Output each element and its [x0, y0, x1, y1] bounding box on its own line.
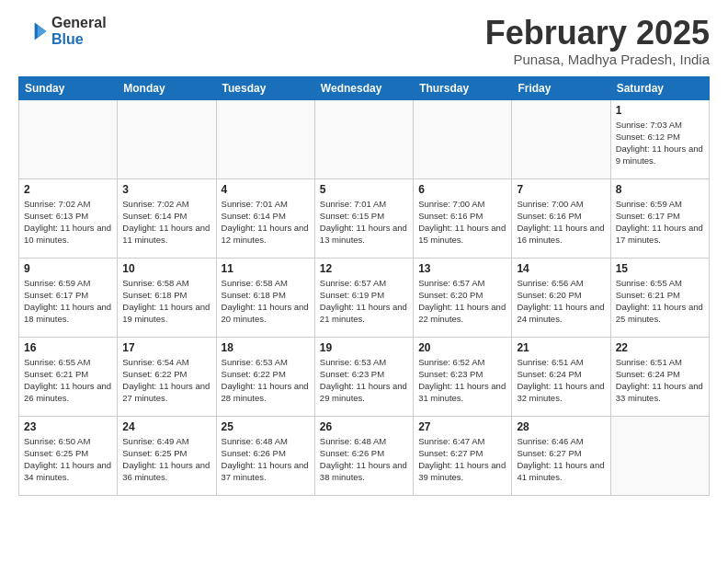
day-info: Sunrise: 6:59 AM Sunset: 6:17 PM Dayligh… — [616, 198, 704, 247]
calendar-cell: 2Sunrise: 7:02 AM Sunset: 6:13 PM Daylig… — [19, 178, 118, 258]
page: General Blue February 2025 Punasa, Madhy… — [0, 0, 728, 511]
calendar-cell: 18Sunrise: 6:53 AM Sunset: 6:22 PM Dayli… — [216, 337, 314, 416]
calendar-cell: 23Sunrise: 6:50 AM Sunset: 6:25 PM Dayli… — [19, 416, 118, 495]
day-number: 18 — [222, 341, 310, 354]
day-info: Sunrise: 6:51 AM Sunset: 6:24 PM Dayligh… — [517, 356, 605, 405]
calendar-cell — [19, 99, 118, 178]
day-info: Sunrise: 6:55 AM Sunset: 6:21 PM Dayligh… — [24, 356, 112, 405]
day-number: 24 — [122, 420, 210, 433]
weekday-header-sunday: Sunday — [19, 76, 118, 99]
day-info: Sunrise: 6:48 AM Sunset: 6:26 PM Dayligh… — [222, 435, 310, 484]
week-row-2: 9Sunrise: 6:59 AM Sunset: 6:17 PM Daylig… — [19, 258, 710, 337]
calendar-cell — [512, 99, 610, 178]
day-info: Sunrise: 7:02 AM Sunset: 6:13 PM Dayligh… — [24, 198, 112, 247]
calendar-cell: 8Sunrise: 6:59 AM Sunset: 6:17 PM Daylig… — [610, 178, 709, 258]
calendar-cell: 9Sunrise: 6:59 AM Sunset: 6:17 PM Daylig… — [19, 258, 118, 337]
calendar-cell: 3Sunrise: 7:02 AM Sunset: 6:14 PM Daylig… — [118, 178, 216, 258]
day-info: Sunrise: 6:58 AM Sunset: 6:18 PM Dayligh… — [122, 277, 210, 326]
day-number: 27 — [418, 420, 506, 433]
calendar-cell: 20Sunrise: 6:52 AM Sunset: 6:23 PM Dayli… — [414, 337, 512, 416]
day-number: 17 — [122, 341, 210, 354]
logo-general-text: General — [51, 15, 107, 31]
calendar-cell: 6Sunrise: 7:00 AM Sunset: 6:16 PM Daylig… — [414, 178, 512, 258]
weekday-header-monday: Monday — [118, 76, 216, 99]
calendar-cell: 10Sunrise: 6:58 AM Sunset: 6:18 PM Dayli… — [118, 258, 216, 337]
logo-blue-text: Blue — [51, 31, 107, 48]
day-number: 25 — [222, 420, 310, 433]
day-number: 1 — [616, 104, 704, 117]
day-number: 2 — [24, 183, 112, 196]
day-number: 22 — [616, 341, 704, 354]
day-info: Sunrise: 7:00 AM Sunset: 6:16 PM Dayligh… — [517, 198, 605, 247]
day-info: Sunrise: 6:48 AM Sunset: 6:26 PM Dayligh… — [320, 435, 408, 484]
logo-text: General Blue — [51, 15, 107, 47]
day-info: Sunrise: 7:00 AM Sunset: 6:16 PM Dayligh… — [418, 198, 506, 247]
month-year: February 2025 — [485, 15, 710, 52]
calendar-cell: 22Sunrise: 6:51 AM Sunset: 6:24 PM Dayli… — [610, 337, 709, 416]
calendar-cell: 16Sunrise: 6:55 AM Sunset: 6:21 PM Dayli… — [19, 337, 118, 416]
day-number: 4 — [222, 183, 310, 196]
weekday-header-saturday: Saturday — [610, 76, 709, 99]
day-info: Sunrise: 6:57 AM Sunset: 6:20 PM Dayligh… — [418, 277, 506, 326]
calendar-cell: 4Sunrise: 7:01 AM Sunset: 6:14 PM Daylig… — [216, 178, 314, 258]
day-info: Sunrise: 6:55 AM Sunset: 6:21 PM Dayligh… — [616, 277, 704, 326]
day-number: 20 — [418, 341, 506, 354]
calendar-cell — [414, 99, 512, 178]
day-info: Sunrise: 7:02 AM Sunset: 6:14 PM Dayligh… — [122, 198, 210, 247]
day-info: Sunrise: 6:59 AM Sunset: 6:17 PM Dayligh… — [24, 277, 112, 326]
calendar-cell: 24Sunrise: 6:49 AM Sunset: 6:25 PM Dayli… — [118, 416, 216, 495]
day-number: 28 — [517, 420, 605, 433]
day-number: 13 — [418, 262, 506, 275]
day-number: 14 — [517, 262, 605, 275]
day-number: 10 — [122, 262, 210, 275]
day-number: 3 — [122, 183, 210, 196]
day-info: Sunrise: 6:53 AM Sunset: 6:23 PM Dayligh… — [320, 356, 408, 405]
calendar-cell: 14Sunrise: 6:56 AM Sunset: 6:20 PM Dayli… — [512, 258, 610, 337]
calendar-cell: 7Sunrise: 7:00 AM Sunset: 6:16 PM Daylig… — [512, 178, 610, 258]
day-info: Sunrise: 6:49 AM Sunset: 6:25 PM Dayligh… — [122, 435, 210, 484]
day-number: 12 — [320, 262, 408, 275]
day-number: 21 — [517, 341, 605, 354]
calendar-cell: 26Sunrise: 6:48 AM Sunset: 6:26 PM Dayli… — [314, 416, 413, 495]
week-row-1: 2Sunrise: 7:02 AM Sunset: 6:13 PM Daylig… — [19, 178, 710, 258]
day-info: Sunrise: 6:57 AM Sunset: 6:19 PM Dayligh… — [320, 277, 408, 326]
weekday-header-tuesday: Tuesday — [216, 76, 314, 99]
day-info: Sunrise: 6:58 AM Sunset: 6:18 PM Dayligh… — [222, 277, 310, 326]
day-number: 5 — [320, 183, 408, 196]
day-info: Sunrise: 7:01 AM Sunset: 6:15 PM Dayligh… — [320, 198, 408, 247]
weekday-header-row: SundayMondayTuesdayWednesdayThursdayFrid… — [19, 76, 710, 99]
calendar-cell — [314, 99, 413, 178]
day-info: Sunrise: 6:53 AM Sunset: 6:22 PM Dayligh… — [222, 356, 310, 405]
calendar-cell — [118, 99, 216, 178]
weekday-header-friday: Friday — [512, 76, 610, 99]
header: General Blue February 2025 Punasa, Madhy… — [18, 15, 710, 67]
calendar-table: SundayMondayTuesdayWednesdayThursdayFrid… — [18, 76, 710, 496]
week-row-0: 1Sunrise: 7:03 AM Sunset: 6:12 PM Daylig… — [19, 99, 710, 178]
calendar-cell: 28Sunrise: 6:46 AM Sunset: 6:27 PM Dayli… — [512, 416, 610, 495]
calendar-cell — [216, 99, 314, 178]
day-info: Sunrise: 6:47 AM Sunset: 6:27 PM Dayligh… — [418, 435, 506, 484]
weekday-header-thursday: Thursday — [414, 76, 512, 99]
day-info: Sunrise: 6:50 AM Sunset: 6:25 PM Dayligh… — [24, 435, 112, 484]
logo: General Blue — [18, 15, 107, 47]
calendar-cell: 13Sunrise: 6:57 AM Sunset: 6:20 PM Dayli… — [414, 258, 512, 337]
day-number: 6 — [418, 183, 506, 196]
day-number: 19 — [320, 341, 408, 354]
day-number: 26 — [320, 420, 408, 433]
day-info: Sunrise: 6:54 AM Sunset: 6:22 PM Dayligh… — [122, 356, 210, 405]
calendar-cell: 17Sunrise: 6:54 AM Sunset: 6:22 PM Dayli… — [118, 337, 216, 416]
calendar-cell: 1Sunrise: 7:03 AM Sunset: 6:12 PM Daylig… — [610, 99, 709, 178]
week-row-3: 16Sunrise: 6:55 AM Sunset: 6:21 PM Dayli… — [19, 337, 710, 416]
calendar-cell: 5Sunrise: 7:01 AM Sunset: 6:15 PM Daylig… — [314, 178, 413, 258]
title-block: February 2025 Punasa, Madhya Pradesh, In… — [485, 15, 710, 67]
week-row-4: 23Sunrise: 6:50 AM Sunset: 6:25 PM Dayli… — [19, 416, 710, 495]
day-number: 15 — [616, 262, 704, 275]
calendar-cell: 27Sunrise: 6:47 AM Sunset: 6:27 PM Dayli… — [414, 416, 512, 495]
calendar-cell: 15Sunrise: 6:55 AM Sunset: 6:21 PM Dayli… — [610, 258, 709, 337]
calendar-cell: 25Sunrise: 6:48 AM Sunset: 6:26 PM Dayli… — [216, 416, 314, 495]
day-number: 7 — [517, 183, 605, 196]
day-info: Sunrise: 7:03 AM Sunset: 6:12 PM Dayligh… — [616, 119, 704, 167]
day-info: Sunrise: 6:51 AM Sunset: 6:24 PM Dayligh… — [616, 356, 704, 405]
calendar-cell: 11Sunrise: 6:58 AM Sunset: 6:18 PM Dayli… — [216, 258, 314, 337]
day-number: 16 — [24, 341, 112, 354]
